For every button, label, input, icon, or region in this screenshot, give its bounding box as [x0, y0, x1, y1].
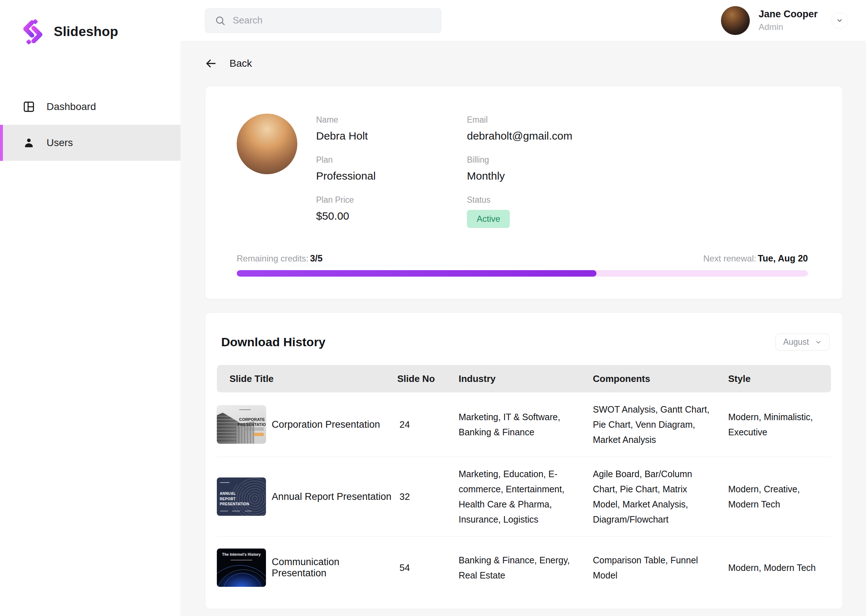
credits-progress-fill — [237, 270, 597, 277]
user-avatar — [237, 114, 297, 174]
download-history-card: Download History August Slide Title Slid… — [205, 312, 843, 609]
credits-block: Remaining credits: 3/5 Next renewal: Tue… — [237, 253, 808, 277]
field-status: Status Active — [467, 195, 572, 228]
field-plan: Plan Professional — [316, 155, 467, 182]
thumb-decor — [239, 409, 251, 410]
components: Agile Board, Bar/Column Chart, Pie Chart… — [589, 466, 724, 527]
profile-name: Jane Cooper — [759, 9, 818, 20]
search-box[interactable] — [205, 8, 441, 33]
thumb-decor — [231, 560, 252, 561]
field-billing: Billing Monthly — [467, 155, 572, 182]
next-renewal: Next renewal: Tue, Aug 20 — [703, 253, 808, 264]
sidebar-item-users[interactable]: Users — [0, 125, 180, 161]
user-fields: Name Debra Holt Email debraholt@gmail.co… — [316, 115, 572, 228]
sidebar: Slideshop Dashboard Users — [0, 0, 180, 616]
credits-progress-bar — [237, 270, 808, 277]
field-plan-price: Plan Price $50.00 — [316, 195, 467, 228]
thumb-title: CORPORATE PRESENTATION — [238, 417, 265, 427]
thumb-title: ANNUAL REPORT PRESENTATION — [220, 491, 250, 507]
profile-texts: Jane Cooper Admin — [759, 9, 818, 32]
table-header: Slide Title Slide No Industry Components… — [217, 365, 831, 392]
slideshop-logo-icon — [20, 19, 46, 45]
industry: Marketing, Education, E-commerce, Entert… — [455, 466, 589, 527]
topbar: Jane Cooper Admin — [180, 0, 866, 41]
thumb-title: The Internet's History — [217, 553, 266, 556]
slide-title: Annual Report Presentation — [272, 491, 392, 502]
arrow-left-icon — [205, 58, 216, 69]
search-input[interactable] — [233, 15, 431, 26]
download-history-table: Slide Title Slide No Industry Components… — [217, 365, 831, 599]
table-row[interactable]: CORPORATE PRESENTATION Corporation Prese… — [217, 392, 831, 457]
search-icon — [215, 15, 225, 26]
slide-no: 24 — [394, 419, 455, 430]
slide-thumbnail: ANNUAL REPORT PRESENTATION — [217, 478, 266, 516]
chevron-down-icon — [815, 339, 822, 346]
thumb-decor — [245, 428, 264, 431]
back-button[interactable]: Back — [205, 58, 252, 69]
style: Modern, Creative, Modern Tech — [724, 481, 831, 512]
table-row[interactable]: The Internet's History Communication Pre… — [217, 537, 831, 599]
sidebar-item-label: Users — [47, 137, 73, 149]
table-row[interactable]: ANNUAL REPORT PRESENTATION Annual Report… — [217, 457, 831, 537]
avatar[interactable] — [721, 6, 750, 35]
field-email: Email debraholt@gmail.com — [467, 115, 572, 142]
slide-thumbnail: The Internet's History — [217, 548, 266, 587]
style: Modern, Modern Tech — [724, 560, 831, 575]
profile-caret-button[interactable] — [831, 12, 848, 29]
dashboard-icon — [23, 101, 35, 113]
thumb-decor — [254, 433, 264, 436]
status-badge: Active — [467, 210, 510, 228]
slide-no: 32 — [394, 491, 455, 502]
profile-role: Admin — [759, 22, 818, 32]
users-icon — [23, 137, 35, 149]
brand-logo[interactable]: Slideshop — [0, 0, 180, 45]
thumb-decor — [220, 482, 230, 483]
remaining-credits: Remaining credits: 3/5 — [237, 253, 323, 264]
download-history-title: Download History — [221, 335, 326, 349]
user-main: Name Debra Holt Email debraholt@gmail.co… — [237, 114, 808, 228]
chevron-down-icon — [836, 17, 843, 24]
month-filter-dropdown[interactable]: August — [775, 334, 830, 350]
month-filter-value: August — [783, 337, 809, 347]
back-label: Back — [230, 58, 252, 69]
sidebar-nav: Dashboard Users — [0, 89, 180, 161]
style: Modern, Minimalistic, Executive — [724, 409, 831, 440]
sidebar-item-dashboard[interactable]: Dashboard — [0, 89, 180, 125]
main-content: Back Name Debra Holt Email debraholt@gma… — [180, 41, 866, 616]
user-detail-card: Name Debra Holt Email debraholt@gmail.co… — [205, 86, 843, 299]
components: Comparison Table, Funnel Model — [589, 553, 724, 583]
components: SWOT Analysis, Gantt Chart, Pie Chart, V… — [589, 402, 724, 447]
profile-menu: Jane Cooper Admin — [721, 6, 848, 35]
industry: Banking & Finance, Energy, Real Estate — [455, 553, 589, 583]
slide-thumbnail: CORPORATE PRESENTATION — [217, 405, 266, 444]
slide-no: 54 — [394, 562, 455, 574]
brand-name: Slideshop — [54, 24, 118, 39]
slide-title: Corporation Presentation — [272, 419, 380, 430]
slide-title: Communication Presentation — [272, 556, 394, 579]
field-name: Name Debra Holt — [316, 115, 467, 142]
industry: Marketing, IT & Software, Banking & Fina… — [455, 409, 589, 440]
sidebar-item-label: Dashboard — [47, 101, 96, 113]
